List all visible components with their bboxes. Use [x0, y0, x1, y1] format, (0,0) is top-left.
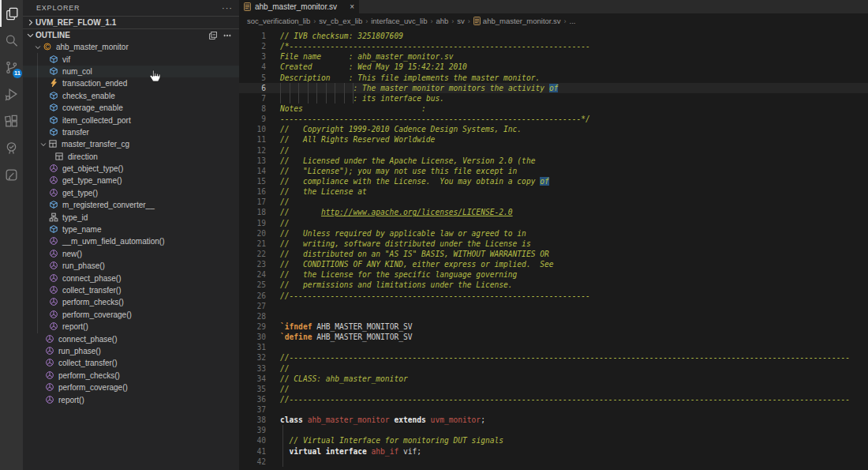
code-line-18[interactable]: 18// http://www.apache.org/licenses/LICE…	[239, 207, 868, 217]
line-number[interactable]: 2	[239, 41, 266, 51]
outline-item-new[interactable]: new()	[23, 248, 239, 260]
code-area[interactable]: 1// IVB checksum: 32518076092/*---------…	[239, 28, 868, 470]
line-number[interactable]: 27	[239, 301, 266, 311]
outline-item-perform-coverage[interactable]: perform_coverage()	[23, 382, 239, 393]
line-number[interactable]: 11	[239, 134, 266, 145]
line-number[interactable]: 24	[239, 269, 266, 280]
code-line-33[interactable]: 33//	[239, 363, 868, 374]
outline-item-perform-checks[interactable]: perform_checks()	[23, 296, 239, 308]
code-line-29[interactable]: 29`ifndef AHB_MASTER_MONITOR_SV	[239, 321, 868, 332]
code-line-6[interactable]: 6: The master monitor monitors the activ…	[239, 83, 868, 93]
outline-item-run-phase[interactable]: run_phase()	[23, 260, 239, 272]
outline-item-collect-transfer[interactable]: collect_transfer()	[23, 284, 239, 296]
line-number[interactable]: 28	[239, 311, 266, 321]
outline-item--m-uvm-field-automation[interactable]: __m_uvm_field_automation()	[23, 235, 239, 247]
line-number[interactable]: 13	[239, 156, 266, 166]
line-number[interactable]: 38	[239, 415, 266, 425]
activitybar-item-notes[interactable]	[0, 161, 23, 188]
code-line-10[interactable]: 10// Copyright 1999-2010 Cadence Design …	[239, 124, 868, 134]
collapse-all-icon[interactable]	[208, 31, 218, 40]
line-number[interactable]: 31	[239, 342, 266, 352]
code-line-36[interactable]: 36//------------------------------------…	[239, 394, 868, 404]
code-line-15[interactable]: 15// compliance with the License. You ma…	[239, 176, 868, 186]
line-number[interactable]: 30	[239, 332, 266, 342]
line-number[interactable]: 1	[239, 31, 266, 41]
outline-item-transaction-ended[interactable]: transaction_ended	[23, 77, 239, 89]
line-number[interactable]: 8	[239, 103, 266, 114]
code-line-4[interactable]: 4Created : Wed May 19 15:42:21 2010	[239, 62, 868, 72]
code-line-26[interactable]: 26//------------------------------------…	[239, 291, 868, 301]
breadcrumb-item[interactable]: sv_cb_ex_lib	[319, 17, 362, 25]
code-line-41[interactable]: 41 virtual interface ahb_if vif;	[239, 446, 868, 457]
outline-item-master-transfer-cg[interactable]: master_transfer_cg	[23, 138, 239, 150]
line-number[interactable]: 23	[239, 259, 266, 269]
code-line-2[interactable]: 2/*-------------------------------------…	[239, 41, 868, 51]
activitybar-item-testing[interactable]	[0, 134, 23, 161]
breadcrumb-item[interactable]: soc_verification_lib	[247, 17, 310, 25]
line-number[interactable]: 26	[239, 291, 266, 301]
line-number[interactable]: 6	[239, 83, 266, 93]
section-outline[interactable]: OUTLINE	[23, 28, 239, 41]
line-number[interactable]: 36	[239, 394, 266, 404]
code-line-39[interactable]: 39	[239, 425, 868, 435]
breadcrumb-item[interactable]: sv	[457, 17, 465, 25]
tab-ahb-master-monitor[interactable]: ahb_master_monitor.sv ×	[239, 0, 359, 13]
code-line-38[interactable]: 38class ahb_master_monitor extends uvm_m…	[239, 415, 868, 425]
outline-item-num-col[interactable]: num_col	[23, 66, 239, 77]
code-line-3[interactable]: 3File name : ahb_master_monitor.sv	[239, 51, 868, 62]
outline-item-direction[interactable]: direction	[23, 151, 239, 163]
activitybar-item-source-control[interactable]: 11	[0, 54, 23, 81]
code-line-28[interactable]: 28	[239, 311, 868, 321]
line-number[interactable]: 40	[239, 435, 266, 446]
code-line-37[interactable]: 37	[239, 404, 868, 415]
code-line-42[interactable]: 42	[239, 457, 868, 467]
outline-item-connect-phase[interactable]: connect_phase()	[23, 272, 239, 284]
code-line-13[interactable]: 13// Licensed under the Apache License, …	[239, 156, 868, 166]
outline-item-get-type-name[interactable]: get_type_name()	[23, 175, 239, 186]
breadcrumb-item[interactable]: ahb_master_monitor.sv	[473, 17, 561, 25]
outline-item-connect-phase[interactable]: connect_phase()	[23, 333, 239, 344]
section-uvm-ref-flow[interactable]: UVM_REF_FLOW_1.1	[23, 16, 239, 28]
line-number[interactable]: 29	[239, 321, 266, 332]
line-number[interactable]: 10	[239, 124, 266, 134]
line-number[interactable]: 3	[239, 51, 266, 62]
code-line-30[interactable]: 30`define AHB_MASTER_MONITOR_SV	[239, 332, 868, 342]
close-icon[interactable]: ×	[350, 2, 354, 11]
code-line-32[interactable]: 32//------------------------------------…	[239, 352, 868, 363]
outline-item-type-id[interactable]: type_id	[23, 211, 239, 223]
code-line-25[interactable]: 25// permissions and limitations under t…	[239, 280, 868, 290]
code-line-9[interactable]: 9---------------------------------------…	[239, 114, 868, 124]
code-line-20[interactable]: 20// Unless required by applicable law o…	[239, 228, 868, 239]
line-number[interactable]: 32	[239, 352, 266, 363]
line-number[interactable]: 12	[239, 145, 266, 156]
line-number[interactable]: 16	[239, 186, 266, 197]
line-number[interactable]: 5	[239, 73, 266, 83]
code-line-16[interactable]: 16// the License at	[239, 186, 868, 197]
outline-item-m-registered-converter[interactable]: m_registered_converter__	[23, 199, 239, 211]
code-line-21[interactable]: 21// writing, software distributed under…	[239, 239, 868, 249]
code-line-40[interactable]: 40 // Virtual Interface for monitoring D…	[239, 435, 868, 446]
code-line-35[interactable]: 35//	[239, 384, 868, 394]
more-actions-icon[interactable]	[223, 31, 232, 40]
outline-item-coverage-enable[interactable]: coverage_enable	[23, 102, 239, 114]
activitybar-item-extensions[interactable]	[0, 107, 23, 134]
line-number[interactable]: 4	[239, 62, 266, 72]
line-number[interactable]: 20	[239, 228, 266, 239]
line-number[interactable]: 39	[239, 425, 266, 435]
activitybar-item-run-debug[interactable]	[0, 81, 23, 107]
line-number[interactable]: 41	[239, 446, 266, 457]
line-number[interactable]: 17	[239, 197, 266, 207]
outline-item-report[interactable]: report()	[23, 321, 239, 333]
line-number[interactable]: 37	[239, 404, 266, 415]
code-line-23[interactable]: 23// CONDITIONS OF ANY KIND, either expr…	[239, 259, 868, 269]
outline-item-get-object-type[interactable]: get_object_type()	[23, 163, 239, 175]
code-line-17[interactable]: 17//	[239, 197, 868, 207]
outline-item-perform-coverage[interactable]: perform_coverage()	[23, 309, 239, 321]
code-line-1[interactable]: 1// IVB checksum: 3251807609	[239, 31, 868, 41]
outline-item-transfer[interactable]: transfer	[23, 126, 239, 138]
code-line-12[interactable]: 12//	[239, 145, 868, 156]
line-number[interactable]: 15	[239, 176, 266, 186]
line-number[interactable]: 34	[239, 374, 266, 384]
outline-item-vif[interactable]: vif	[23, 53, 239, 65]
line-number[interactable]: 18	[239, 207, 266, 217]
